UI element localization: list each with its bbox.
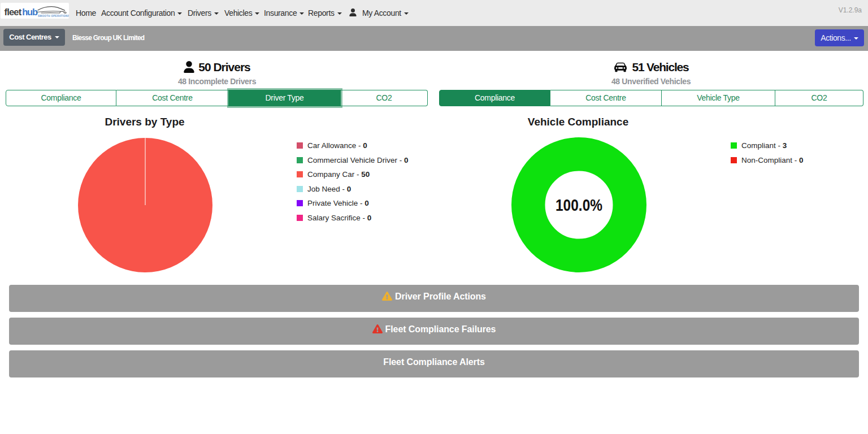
svg-text:100.0%: 100.0% [555,196,602,214]
svg-text:SMOOTH OPERATIONS: SMOOTH OPERATIONS [38,15,69,18]
svg-text:hub: hub [22,7,38,17]
svg-text:fleet: fleet [5,7,22,17]
